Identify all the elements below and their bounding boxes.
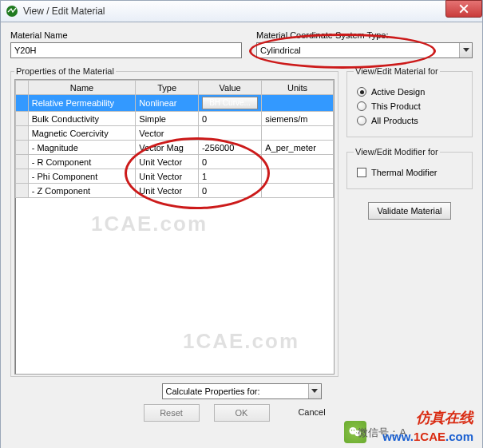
properties-table-container: Name Type Value Units Relative Permeabil… xyxy=(14,79,335,375)
view-for-group: View/Edit Material for Active Design Thi… xyxy=(346,66,473,137)
col-value: Value xyxy=(198,81,261,95)
radio-all-products[interactable]: All Products xyxy=(357,116,462,125)
view-for-legend: View/Edit Material for xyxy=(354,66,440,76)
radio-this-product[interactable]: This Product xyxy=(357,101,462,111)
radio-icon xyxy=(357,101,366,111)
thermal-modifier-check[interactable]: Thermal Modifier xyxy=(357,168,462,177)
cancel-button[interactable]: Cancel xyxy=(284,404,340,422)
reset-button[interactable]: Reset xyxy=(144,404,200,422)
bh-curve-button[interactable]: BH Curve... xyxy=(202,97,258,109)
svg-point-3 xyxy=(351,430,353,431)
modifier-legend: View/Edit Modifier for xyxy=(354,147,440,157)
radio-icon xyxy=(357,87,366,97)
svg-point-4 xyxy=(354,430,355,431)
checkbox-icon xyxy=(357,168,366,177)
coord-type-label: Material Coordinate System Type: xyxy=(256,30,473,40)
brand-cn: 仿真在线 xyxy=(416,408,473,427)
chevron-down-icon xyxy=(459,43,472,57)
properties-legend: Properties of the Material xyxy=(14,66,116,76)
table-row[interactable]: - Magnitude Vector Mag -256000 A_per_met… xyxy=(16,141,334,155)
col-name: Name xyxy=(28,81,136,95)
radio-active-design[interactable]: Active Design xyxy=(357,87,462,97)
properties-table[interactable]: Name Type Value Units Relative Permeabil… xyxy=(15,80,334,198)
table-row[interactable]: Magnetic Coercivity Vector xyxy=(16,126,334,141)
table-row[interactable]: Relative Permeability Nonlinear BH Curve… xyxy=(16,95,334,112)
app-icon xyxy=(6,5,18,18)
svg-point-5 xyxy=(356,432,357,433)
material-name-input[interactable] xyxy=(10,42,242,58)
material-name-label: Material Name xyxy=(10,30,242,40)
col-type: Type xyxy=(136,81,199,95)
validate-button[interactable]: Validate Material xyxy=(368,202,450,220)
table-row[interactable]: - R Component Unit Vector 0 xyxy=(16,155,334,169)
close-button[interactable] xyxy=(445,0,482,18)
calculate-select[interactable]: Calculate Properties for: xyxy=(162,383,322,399)
coord-type-value: Cylindrical xyxy=(260,46,301,55)
watermark-text: 1CAE.com xyxy=(91,212,208,236)
row-header-blank xyxy=(16,81,29,95)
properties-group: Properties of the Material Name Type Val… xyxy=(10,66,338,377)
modifier-group: View/Edit Modifier for Thermal Modifier xyxy=(346,147,473,189)
window-title: View / Edit Material xyxy=(23,6,105,17)
ok-button[interactable]: OK xyxy=(214,404,270,422)
title-bar: View / Edit Material xyxy=(0,0,483,22)
dialog-body: Material Name Material Coordinate System… xyxy=(0,22,483,448)
coord-type-select[interactable]: Cylindrical xyxy=(256,42,473,58)
radio-icon xyxy=(357,116,366,125)
table-row[interactable]: - Z Component Unit Vector 0 xyxy=(16,184,334,198)
table-row[interactable]: Bulk Conductivity Simple 0 siemens/m xyxy=(16,112,334,126)
brand-url: www.1CAE.com xyxy=(382,430,473,443)
watermark-text: 1CAE.com xyxy=(183,329,299,354)
chevron-down-icon xyxy=(308,384,321,398)
table-row[interactable]: - Phi Component Unit Vector 1 xyxy=(16,169,334,184)
col-units: Units xyxy=(262,81,334,95)
